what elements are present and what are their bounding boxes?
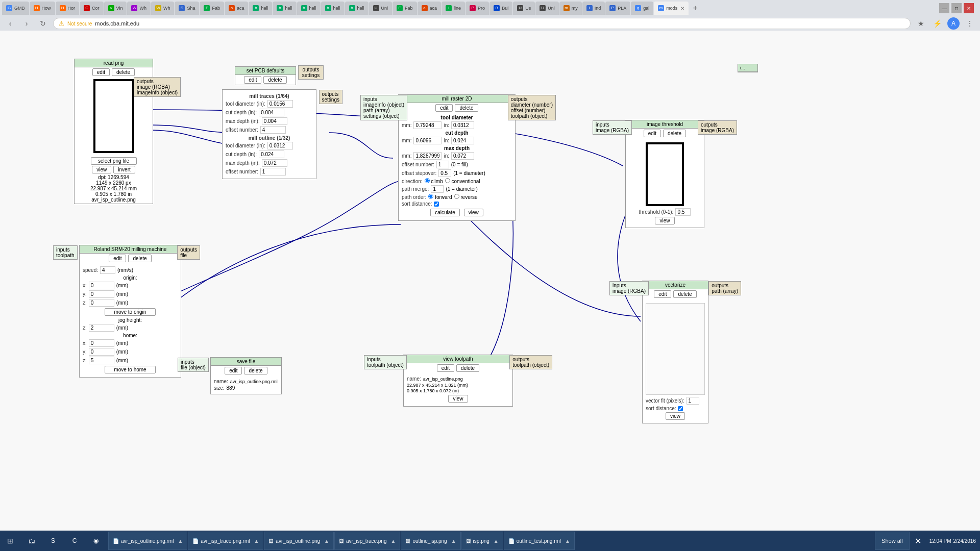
tab-7[interactable]: W Wh [151, 2, 175, 15]
mill-outline-maxdepth-input[interactable] [262, 159, 287, 167]
vectorize-edit-btn[interactable]: edit [654, 290, 671, 298]
taskbar-tab-1[interactable]: 📄 avr_isp_outline.png.rml ▲ [108, 532, 187, 550]
tab-25[interactable]: I Ind [582, 2, 605, 15]
mill-traces-offset-input[interactable] [260, 126, 286, 134]
home-y-input[interactable] [89, 348, 114, 356]
origin-y-input[interactable] [89, 290, 114, 298]
forward-radio[interactable] [428, 194, 433, 199]
profile-button[interactable]: A [947, 17, 960, 30]
mill-traces-diam-input[interactable] [267, 100, 293, 108]
show-all-btn[interactable]: Show all [875, 532, 910, 550]
vec-fit-input[interactable] [687, 397, 699, 405]
chrome-btn[interactable]: C [64, 531, 85, 551]
file-manager-btn[interactable]: 🗂 [21, 531, 42, 551]
tab-5[interactable]: V Vin [104, 2, 127, 15]
mill-raster-view-btn[interactable]: view [464, 209, 483, 216]
save-file-edit-btn[interactable]: edit [225, 367, 242, 374]
tab3-close[interactable]: ▲ [324, 538, 329, 544]
save-file-delete-btn[interactable]: delete [244, 367, 267, 374]
vec-view-btn[interactable]: view [666, 412, 685, 420]
mill-outline-offset-input[interactable] [260, 168, 286, 176]
mill-outline-cut-input[interactable] [259, 151, 284, 158]
move-to-home-btn[interactable]: move to home [105, 366, 156, 373]
url-box[interactable]: ⚠ Not secure mods.cba.mit.edu [53, 18, 911, 29]
vt-view-btn[interactable]: view [448, 395, 468, 403]
taskbar-close-btn[interactable]: ✕ [912, 532, 924, 550]
select-png-btn[interactable]: select png file [91, 157, 137, 165]
speed-input[interactable] [100, 266, 115, 274]
set-pcb-delete-btn[interactable]: delete [263, 76, 286, 84]
view-toolpath-delete-btn[interactable]: delete [456, 364, 479, 372]
tab1-close[interactable]: ▲ [178, 538, 183, 544]
bookmark-button[interactable]: ★ [915, 17, 927, 30]
chrome2-btn[interactable]: ◉ [86, 531, 106, 551]
new-tab-button[interactable]: + [689, 2, 701, 14]
view-btn[interactable]: view [92, 166, 111, 173]
image-threshold-delete-btn[interactable]: delete [663, 130, 686, 137]
view-toolpath-edit-btn[interactable]: edit [437, 364, 454, 372]
tab7-close[interactable]: ▲ [565, 538, 570, 544]
tab-20[interactable]: P Pro [465, 2, 489, 15]
tab-11[interactable]: h hell [249, 2, 272, 15]
browser-btn[interactable]: S [43, 531, 63, 551]
threshold-view-btn[interactable]: view [655, 217, 674, 224]
tab-23[interactable]: U Uni [535, 2, 559, 15]
tab-24[interactable]: m my [559, 2, 582, 15]
climb-radio[interactable] [425, 178, 430, 183]
offset-num-input[interactable] [436, 161, 449, 168]
mill-traces-cut-input[interactable] [259, 109, 284, 116]
tab-mods[interactable]: m mods ✕ [654, 2, 689, 15]
threshold-input[interactable] [675, 208, 691, 216]
tab6-close[interactable]: ▲ [494, 538, 499, 544]
mill-raster-delete-btn[interactable]: delete [455, 104, 478, 112]
tab-gmb[interactable]: G GMB [2, 2, 29, 15]
reverse-radio[interactable] [454, 194, 459, 199]
invert-btn[interactable]: invert [113, 166, 135, 173]
origin-x-input[interactable] [89, 282, 114, 289]
vec-sort-checkbox[interactable] [678, 406, 683, 411]
tab-17[interactable]: F Fab [393, 2, 417, 15]
start-button[interactable]: ⊞ [0, 531, 20, 551]
cut-in-input[interactable] [451, 137, 474, 144]
tab4-close[interactable]: ▲ [391, 538, 396, 544]
calculate-btn[interactable]: calculate [430, 209, 459, 216]
home-x-input[interactable] [89, 339, 114, 347]
vectorize-delete-btn[interactable]: delete [673, 290, 696, 298]
sort-dist-checkbox[interactable] [434, 202, 439, 207]
roland-edit-btn[interactable]: edit [109, 255, 126, 262]
back-button[interactable]: ‹ [4, 17, 16, 30]
tab-18[interactable]: a aca [418, 2, 442, 15]
tab-3[interactable]: H Hor [56, 2, 80, 15]
tab-27[interactable]: g gal [631, 2, 653, 15]
tab-16[interactable]: U Uni [369, 2, 393, 15]
tab-8[interactable]: S Sha [175, 2, 199, 15]
tab5-close[interactable]: ▲ [451, 538, 456, 544]
tab-4[interactable]: C Cor [80, 2, 104, 15]
close-button[interactable]: ✕ [964, 3, 974, 13]
tab-2[interactable]: H How [30, 2, 55, 15]
taskbar-tab-2[interactable]: 📄 avr_isp_trace.png.rml ▲ [188, 532, 263, 550]
tr-in-input[interactable] [451, 121, 474, 129]
tab-21[interactable]: B Bui [489, 2, 512, 15]
tab-10[interactable]: a aca [225, 2, 249, 15]
roland-delete-btn[interactable]: delete [128, 255, 151, 262]
cut-mm-input[interactable] [413, 137, 442, 144]
tab-22[interactable]: U Us [513, 2, 535, 15]
tr-mm-input[interactable] [413, 121, 442, 129]
move-to-origin-btn[interactable]: move to origin [105, 308, 156, 316]
maximize-button[interactable]: □ [951, 3, 962, 13]
taskbar-tab-3[interactable]: 🖼 avr_isp_outline.png ▲ [264, 532, 334, 550]
read-png-delete-btn[interactable]: delete [112, 68, 135, 76]
extensions-button[interactable]: ⚡ [931, 17, 943, 30]
minimize-button[interactable]: — [939, 3, 949, 13]
tab-19[interactable]: l line [442, 2, 465, 15]
tab-6[interactable]: W Wh [127, 2, 151, 15]
max-mm-input[interactable] [413, 152, 442, 160]
tab-14[interactable]: h hell [321, 2, 345, 15]
tab-26[interactable]: P PLA [605, 2, 630, 15]
tab-9[interactable]: F Fab [200, 2, 224, 15]
set-pcb-edit-btn[interactable]: edit [244, 76, 261, 84]
forward-button[interactable]: › [20, 17, 33, 30]
stepover-input[interactable] [438, 169, 451, 177]
image-threshold-edit-btn[interactable]: edit [644, 130, 661, 137]
